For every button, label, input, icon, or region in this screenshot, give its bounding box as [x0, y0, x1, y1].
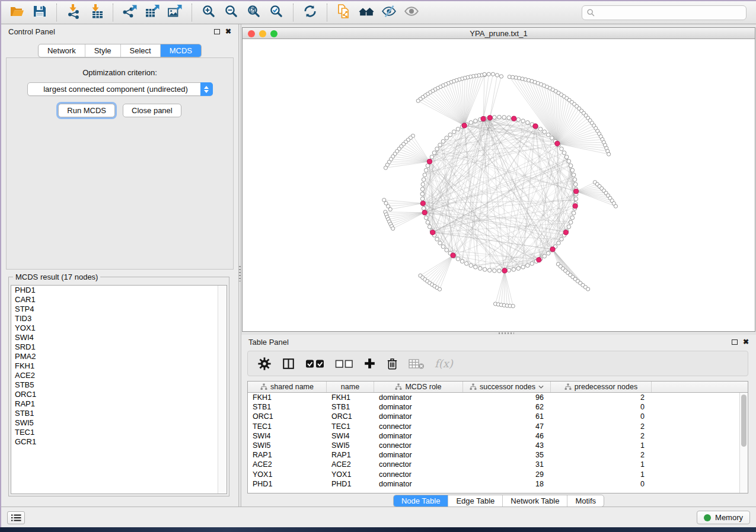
- float-panel-icon[interactable]: [214, 29, 220, 34]
- search-input[interactable]: [595, 6, 746, 20]
- show-panels-button[interactable]: [7, 511, 25, 524]
- delete-column-button[interactable]: [386, 357, 398, 370]
- zoom-fit-button[interactable]: [244, 3, 264, 22]
- tab-network[interactable]: Network: [39, 44, 85, 57]
- duplicate-network-button[interactable]: [334, 3, 354, 22]
- mcds-result-item[interactable]: STB5: [11, 380, 227, 390]
- hide-selected-button[interactable]: [379, 3, 399, 22]
- eye-icon: [404, 4, 419, 21]
- memory-button[interactable]: Memory: [697, 511, 750, 524]
- mcds-result-item[interactable]: ACE2: [11, 371, 227, 380]
- mcds-result-list[interactable]: PHD1CAR1STP4TID3YOX1SWI4SRD1PMA2FKH1ACE2…: [11, 285, 227, 494]
- tab-network-table[interactable]: Network Table: [502, 495, 567, 507]
- search-box[interactable]: [582, 5, 747, 20]
- memory-label: Memory: [715, 513, 743, 522]
- workspace-area: YPA_prune.txt_1 Table Panel ✖ f(x) share…: [241, 24, 756, 507]
- toggle-panel-mode-button[interactable]: [282, 357, 295, 370]
- table-row[interactable]: SWI5SWI5connector431: [248, 441, 748, 450]
- network-graph[interactable]: [243, 39, 755, 331]
- save-session-button[interactable]: [30, 3, 50, 22]
- export-table-button[interactable]: [142, 3, 162, 22]
- float-panel-icon[interactable]: [732, 339, 738, 345]
- table-row[interactable]: YOX1YOX1connector291: [248, 470, 748, 479]
- column-header-successor-nodes[interactable]: successor nodes: [463, 382, 551, 392]
- table-row[interactable]: SWI4SWI4dominator462: [248, 431, 748, 441]
- mcds-result-item[interactable]: CAR1: [11, 295, 227, 305]
- merge-networks-button[interactable]: [356, 3, 377, 22]
- zoom-in-button[interactable]: [199, 3, 219, 22]
- table-cell: 47: [463, 422, 551, 431]
- mcds-result-item[interactable]: TEC1: [11, 428, 227, 437]
- create-column-button[interactable]: [363, 357, 376, 370]
- mcds-result-item[interactable]: YOX1: [11, 323, 227, 333]
- column-settings-button[interactable]: [257, 357, 272, 371]
- tab-style[interactable]: Style: [85, 44, 120, 57]
- tab-node-table[interactable]: Node Table: [394, 495, 448, 507]
- mcds-result-item[interactable]: RAP1: [11, 399, 227, 409]
- column-header-predecessor-nodes[interactable]: predecessor nodes: [551, 382, 652, 392]
- close-window-icon[interactable]: [248, 30, 255, 37]
- network-view-titlebar[interactable]: YPA_prune.txt_1: [243, 28, 755, 39]
- tab-motifs[interactable]: Motifs: [567, 495, 604, 507]
- mcds-list-scrollbar[interactable]: [218, 286, 227, 493]
- zoom-out-button[interactable]: [221, 3, 241, 22]
- run-mcds-button[interactable]: Run MCDS: [58, 104, 115, 117]
- close-panel-icon[interactable]: ✖: [225, 28, 231, 35]
- mcds-result-item[interactable]: PHD1: [11, 286, 227, 295]
- table-row[interactable]: PHD1PHD1dominator180: [248, 479, 748, 489]
- mcds-result-item[interactable]: PMA2: [11, 352, 227, 361]
- tab-edge-table[interactable]: Edge Table: [448, 495, 502, 507]
- mcds-result-item[interactable]: STP4: [11, 305, 227, 314]
- refresh-network-button[interactable]: [300, 3, 320, 22]
- column-label: MCDS role: [405, 383, 441, 391]
- hide-all-columns-button[interactable]: [335, 358, 353, 370]
- mcds-result-item[interactable]: FKH1: [11, 361, 227, 371]
- attribute-type-icon: [395, 383, 402, 390]
- tab-mcds[interactable]: MCDS: [160, 44, 201, 57]
- zoom-selected-button[interactable]: [266, 3, 286, 22]
- control-panel-tabs: NetworkStyleSelectMCDS: [38, 44, 202, 57]
- mcds-result-item[interactable]: STB1: [11, 409, 227, 418]
- table-row[interactable]: STB1STB1dominator620: [248, 402, 748, 412]
- main-toolbar: [1, 1, 756, 24]
- table-row[interactable]: TEC1TEC1connector472: [248, 422, 748, 431]
- export-image-button[interactable]: [165, 3, 185, 22]
- table-row[interactable]: RAP1RAP1dominator352: [248, 450, 748, 460]
- show-all-button[interactable]: [401, 3, 422, 22]
- column-header-MCDS-role[interactable]: MCDS role: [374, 382, 463, 392]
- network-canvas[interactable]: [243, 39, 755, 331]
- mcds-result-item[interactable]: TID3: [11, 314, 227, 323]
- import-table-button[interactable]: [86, 3, 106, 22]
- control-panel-titlebar: Control Panel ✖: [1, 24, 238, 39]
- houses-icon: [359, 4, 374, 21]
- import-network-button[interactable]: [63, 3, 84, 22]
- table-row[interactable]: ORC1ORC1dominator610: [248, 412, 748, 421]
- table-row[interactable]: FKH1FKH1dominator962: [248, 393, 748, 402]
- mcds-result-item[interactable]: GCR1: [11, 437, 227, 447]
- close-panel-icon[interactable]: ✖: [743, 338, 749, 345]
- column-header-name[interactable]: name: [327, 382, 374, 392]
- mcds-result-item[interactable]: SWI4: [11, 333, 227, 342]
- tab-select[interactable]: Select: [120, 44, 160, 57]
- maximize-window-icon[interactable]: [270, 30, 277, 37]
- table-row[interactable]: ACE2ACE2connector311: [248, 460, 748, 469]
- table-scrollbar-thumb[interactable]: [741, 395, 747, 447]
- optimization-dropdown[interactable]: largest connected component (undirected): [27, 82, 213, 96]
- minimize-window-icon[interactable]: [259, 30, 266, 37]
- close-panel-button[interactable]: Close panel: [123, 104, 181, 117]
- mcds-result-item[interactable]: SRD1: [11, 342, 227, 352]
- import-table-icon: [88, 4, 104, 21]
- toolbar-separator: [327, 4, 327, 21]
- table-cell: RAP1: [327, 450, 374, 460]
- search-icon: [586, 8, 595, 17]
- table-cell: FKH1: [248, 393, 327, 402]
- export-network-button[interactable]: [120, 3, 140, 22]
- show-all-columns-button[interactable]: [305, 358, 325, 370]
- mcds-result-item[interactable]: ORC1: [11, 390, 227, 399]
- table-scrollbar[interactable]: [739, 393, 748, 493]
- column-header-shared-name[interactable]: shared name: [248, 382, 327, 392]
- mcds-result-item[interactable]: SWI5: [11, 418, 227, 428]
- dropdown-stepper-icon: [200, 82, 213, 96]
- open-session-button[interactable]: [7, 3, 27, 22]
- table-cell: 62: [463, 402, 551, 412]
